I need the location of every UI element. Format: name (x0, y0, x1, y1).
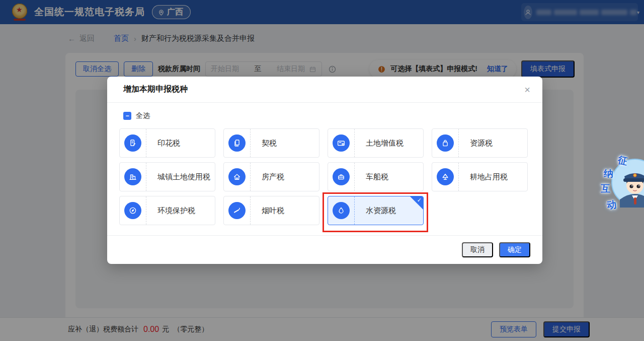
tax-name-label: 契税 (262, 139, 277, 148)
vehicle-vessel-tax-icon (333, 168, 350, 185)
interaction-widget[interactable]: 征 纳 互 动 (598, 155, 644, 212)
select-all-label: 全选 (136, 111, 150, 120)
tax-card[interactable]: 水资源税 ✓ (328, 196, 424, 225)
tax-name-label: 耕地占用税 (470, 172, 508, 182)
cancel-button[interactable]: 取消 (462, 242, 493, 257)
tax-card-cell: 房产税 ✓ (223, 162, 319, 191)
tax-card[interactable]: 资源税 ✓ (432, 128, 528, 158)
widget-char-dong: 动 (606, 198, 617, 212)
tax-name-label: 房产税 (262, 172, 284, 182)
ticket-divider (146, 129, 146, 157)
tax-card[interactable]: 城镇土地使用税 ✓ (119, 162, 215, 191)
tax-card-cell: 资源税 ✓ (432, 128, 528, 158)
add-tax-types-modal: 增加本期申报税种 × − 全选 印花税 ✓ 契税 ✓ 土地增值税 (107, 77, 542, 264)
ticket-divider (146, 196, 146, 225)
farmland-tax-icon (437, 168, 454, 185)
tax-card[interactable]: 烟叶税 ✓ (223, 196, 319, 225)
tax-card[interactable]: 车船税 ✓ (328, 162, 424, 191)
tax-grid: 印花税 ✓ 契税 ✓ 土地增值税 ✓ 资源税 (119, 128, 528, 225)
environment-tax-icon (124, 202, 141, 219)
tax-card-cell: 印花税 ✓ (119, 128, 215, 158)
tax-name-label: 环境保护税 (157, 206, 195, 216)
tax-card-cell: 水资源税 ✓ (328, 196, 424, 225)
tax-card-cell: 耕地占用税 ✓ (432, 162, 528, 191)
land-vat-icon (333, 134, 350, 152)
tax-name-label: 城镇土地使用税 (157, 172, 210, 182)
widget-char-hu: 互 (601, 182, 610, 195)
ticket-divider (354, 196, 355, 225)
deed-tax-icon (228, 134, 246, 152)
tax-card-cell: 土地增值税 ✓ (328, 128, 424, 158)
urban-land-tax-icon (124, 168, 141, 185)
select-all-checkbox[interactable]: − (123, 112, 131, 120)
tax-card-cell: 烟叶税 ✓ (223, 196, 319, 225)
check-icon: ✓ (417, 197, 422, 203)
ticket-divider (458, 129, 459, 157)
ticket-divider (354, 163, 355, 191)
stamp-tax-icon (124, 134, 141, 152)
tax-card[interactable]: 房产税 ✓ (223, 162, 319, 191)
tax-card-cell: 城镇土地使用税 ✓ (119, 162, 215, 191)
confirm-button[interactable]: 确定 (499, 242, 530, 257)
water-resource-tax-icon (333, 202, 350, 219)
tax-card[interactable]: 印花税 ✓ (119, 128, 215, 158)
close-icon[interactable]: × (524, 85, 530, 95)
tax-name-label: 烟叶税 (262, 206, 284, 216)
ticket-divider (250, 129, 251, 157)
modal-title: 增加本期申报税种 (123, 84, 188, 95)
property-tax-icon (228, 168, 246, 185)
tax-name-label: 资源税 (470, 139, 493, 148)
ticket-divider (458, 163, 459, 191)
ticket-divider (250, 163, 251, 191)
widget-char-na: 纳 (604, 167, 613, 180)
tax-card[interactable]: 环境保护税 ✓ (119, 196, 215, 225)
tax-card-cell: 环境保护税 ✓ (119, 196, 215, 225)
ticket-divider (354, 129, 355, 157)
tax-card-cell: 车船税 ✓ (328, 162, 424, 191)
tobacco-tax-icon (228, 202, 246, 219)
ticket-divider (250, 196, 251, 225)
tax-card-cell: 契税 ✓ (223, 128, 319, 158)
tax-card[interactable]: 耕地占用税 ✓ (432, 162, 528, 191)
tax-card[interactable]: 土地增值税 ✓ (328, 128, 424, 158)
tax-name-label: 水资源税 (366, 206, 396, 216)
tax-name-label: 印花税 (157, 139, 180, 148)
ticket-divider (146, 163, 146, 191)
tax-name-label: 土地增值税 (366, 139, 404, 148)
tax-card[interactable]: 契税 ✓ (223, 128, 319, 158)
tax-name-label: 车船税 (366, 172, 388, 182)
resource-tax-icon (437, 134, 454, 152)
